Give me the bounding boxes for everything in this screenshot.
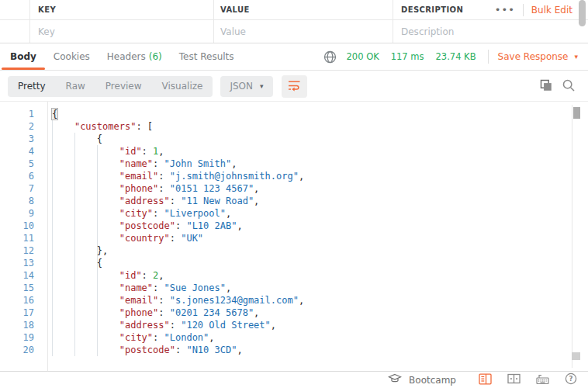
column-header-key: KEY [29, 0, 213, 19]
tab-label: Body [10, 51, 36, 62]
save-response-label: Save Response [498, 51, 569, 62]
help-button[interactable]: ? [565, 372, 577, 387]
code-line[interactable]: "address": "120 Old Street", [52, 319, 572, 331]
tab-body[interactable]: Body [2, 43, 45, 70]
status-bar: Bootcamp [0, 371, 588, 388]
tab-label: Headers [107, 51, 146, 62]
line-number-gutter: 1234567891011121314151617181920 [0, 102, 48, 371]
code-content[interactable]: { "customers": [ { "id": 1, "name": "Joh… [49, 102, 572, 356]
code-line[interactable]: "postcode": "N10 3CD", [52, 344, 572, 356]
response-body-editor: 1234567891011121314151617181920 { "custo… [0, 102, 588, 371]
shortcuts-button[interactable] [536, 373, 549, 387]
code-line[interactable]: { [52, 257, 572, 269]
view-mode-visualize[interactable]: Visualize [152, 76, 213, 97]
tab-label: Test Results [179, 51, 234, 62]
response-header: BodyCookiesHeaders(6)Test Results 200 OK… [0, 43, 588, 71]
save-response-button[interactable]: Save Response ▾ [498, 51, 578, 62]
editor-scrollbar-track [572, 105, 572, 368]
line-number: 20 [0, 344, 47, 356]
editor-scrollbar-thumb[interactable] [573, 107, 580, 119]
build-view-button[interactable] [479, 373, 492, 387]
code-line[interactable]: "city": "London", [52, 331, 572, 344]
code-line[interactable]: "phone": "0201 234 5678", [52, 307, 572, 319]
toolbar-right-icons [539, 78, 576, 95]
more-options-icon[interactable]: ••• [495, 6, 515, 14]
search-icon [562, 78, 576, 95]
code-line[interactable]: "city": "Liverpool", [52, 207, 572, 220]
params-header-actions: ••• Bulk Edit [495, 4, 572, 16]
description-input[interactable] [401, 26, 588, 37]
line-number: 19 [0, 331, 47, 344]
bulk-edit-button[interactable]: Bulk Edit [531, 5, 572, 16]
line-number: 7 [0, 182, 47, 195]
tab-label: Cookies [54, 51, 90, 62]
status-code: 200 OK [347, 51, 379, 62]
bootcamp-button[interactable]: Bootcamp [388, 373, 456, 386]
response-size: 23.74 KB [436, 51, 476, 62]
language-dropdown[interactable]: JSON ▾ [220, 76, 272, 97]
line-number: 18 [0, 319, 47, 331]
tab-cookies[interactable]: Cookies [45, 43, 99, 70]
page-scrollbar-thumb[interactable] [579, 0, 586, 26]
code-line[interactable]: "address": "11 New Road", [52, 195, 572, 207]
key-input[interactable] [38, 26, 213, 37]
code-line[interactable]: "email": "j.smith@johnsmith.org", [52, 170, 572, 182]
code-line[interactable]: "id": 2, [52, 269, 572, 282]
code-line[interactable]: "email": "s.jones1234@gmail.com", [52, 294, 572, 307]
open-book-icon [479, 373, 492, 387]
code-line[interactable]: { [52, 108, 572, 120]
code-line[interactable]: }, [52, 244, 572, 257]
column-header-description: DESCRIPTION [401, 5, 463, 14]
line-number: 2 [0, 120, 47, 133]
globe-icon [323, 50, 337, 64]
help-icon: ? [565, 372, 577, 387]
view-mode-pretty[interactable]: Pretty [8, 76, 56, 97]
view-mode-switch: PrettyRawPreviewVisualize [8, 76, 213, 97]
view-mode-preview[interactable]: Preview [95, 76, 152, 97]
params-table: KEY VALUE DESCRIPTION ••• Bulk Edit [0, 0, 588, 43]
postman-app: KEY VALUE DESCRIPTION ••• Bulk Edit [0, 0, 588, 388]
code-line[interactable]: "postcode": "L10 2AB", [52, 220, 572, 232]
line-number: 6 [0, 170, 47, 182]
two-pane-view-button[interactable] [507, 373, 521, 386]
code-line[interactable]: "name": "John Smith", [52, 158, 572, 170]
chevron-down-icon: ▾ [260, 83, 264, 90]
meta-divider [488, 50, 489, 64]
line-number: 11 [0, 232, 47, 244]
line-number: 17 [0, 307, 47, 319]
params-header-row: KEY VALUE DESCRIPTION ••• Bulk Edit [0, 0, 588, 20]
params-input-row [0, 20, 588, 43]
copy-icon [539, 78, 553, 95]
wrap-text-icon [288, 79, 301, 94]
line-number: 16 [0, 294, 47, 307]
line-number: 8 [0, 195, 47, 207]
code-line[interactable]: "phone": "0151 123 4567", [52, 182, 572, 195]
code-line[interactable]: "country": "UK" [52, 232, 572, 244]
line-number: 10 [0, 220, 47, 232]
code-line[interactable]: "name": "Sue Jones", [52, 282, 572, 294]
value-input[interactable] [220, 26, 393, 37]
description-cell [393, 20, 588, 43]
response-time: 117 ms [391, 51, 424, 62]
line-number: 13 [0, 257, 47, 269]
key-cell [29, 20, 213, 43]
copy-button[interactable] [539, 78, 553, 95]
column-header-value: VALUE [213, 0, 393, 19]
view-mode-raw[interactable]: Raw [56, 76, 95, 97]
value-cell [213, 20, 393, 43]
line-number: 15 [0, 282, 47, 294]
wrap-text-button[interactable] [282, 75, 307, 98]
code-line[interactable]: { [52, 133, 572, 145]
line-number: 5 [0, 158, 47, 170]
line-number: 12 [0, 244, 47, 257]
search-button[interactable] [562, 78, 576, 95]
two-pane-icon [507, 373, 521, 386]
response-meta: 200 OK 117 ms 23.74 KB Save Response ▾ [323, 50, 588, 64]
tab-test-results[interactable]: Test Results [171, 43, 243, 70]
graduation-cap-icon [388, 373, 402, 386]
tab-headers[interactable]: Headers(6) [99, 43, 171, 70]
code-line[interactable]: "id": 1, [52, 145, 572, 158]
response-tabs: BodyCookiesHeaders(6)Test Results [0, 43, 243, 70]
line-number: 3 [0, 133, 47, 145]
code-line[interactable]: "customers": [ [52, 120, 572, 133]
